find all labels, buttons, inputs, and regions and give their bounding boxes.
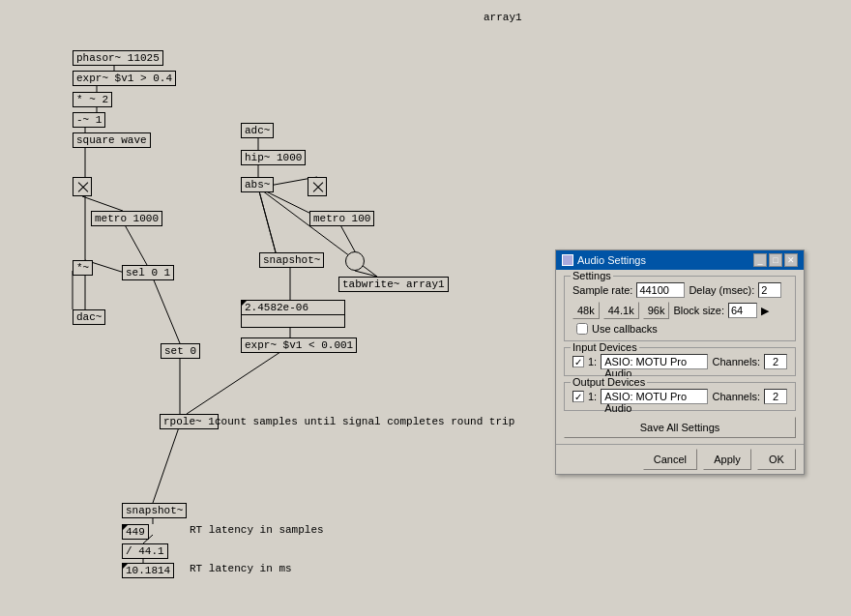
output-devices-group: Output Devices 1: ASIO: MOTU Pro Audio C… xyxy=(564,382,796,411)
comment-rt-samples: RT latency in samples xyxy=(190,524,324,536)
cancel-button[interactable]: Cancel xyxy=(643,449,697,470)
output-device-name[interactable]: ASIO: MOTU Pro Audio xyxy=(601,389,708,404)
dialog-app-icon xyxy=(562,254,573,266)
bang1[interactable] xyxy=(345,251,365,271)
dialog-controls[interactable]: _ □ ✕ xyxy=(753,253,798,267)
dialog-titlebar: Audio Settings _ □ ✕ xyxy=(556,250,804,270)
close-button[interactable]: ✕ xyxy=(784,253,798,267)
input-device-num: 1: xyxy=(588,356,597,367)
abs-box[interactable]: abs~ xyxy=(241,177,274,192)
input-devices-group: Input Devices 1: ASIO: MOTU Pro Audio Ch… xyxy=(564,347,796,376)
empty-box xyxy=(241,314,345,328)
svg-line-9 xyxy=(153,425,180,503)
use-callbacks-checkbox[interactable] xyxy=(576,323,588,335)
hip1000-box[interactable]: hip~ 1000 xyxy=(241,150,306,165)
sel01-box[interactable]: sel 0 1 xyxy=(122,265,174,280)
svg-line-4 xyxy=(123,221,147,265)
delay-input[interactable] xyxy=(758,282,781,298)
output-devices-label: Output Devices xyxy=(571,376,647,388)
restore-button[interactable]: □ xyxy=(769,253,782,267)
rate-buttons-row: 48k 44.1k 96k Block size: ▶ xyxy=(572,302,787,319)
output-device-checkbox[interactable] xyxy=(572,391,584,402)
dac-box[interactable]: dac~ xyxy=(73,309,105,325)
sub1-box[interactable]: -~ 1 xyxy=(73,112,105,128)
block-size-input[interactable] xyxy=(728,303,757,318)
output-device-num: 1: xyxy=(588,391,597,402)
div441-box[interactable]: / 44.1 xyxy=(122,543,168,559)
rate-96k-button[interactable]: 96k xyxy=(643,302,670,319)
delay-label: Delay (msec): xyxy=(689,284,754,296)
metro100-box[interactable]: metro 100 xyxy=(309,211,374,226)
toggle2[interactable] xyxy=(308,177,327,196)
save-all-settings-button[interactable]: Save All Settings xyxy=(564,417,796,438)
exprval-box[interactable]: 2.4582e-06 xyxy=(241,300,345,315)
tabwrite-box[interactable]: tabwrite~ array1 xyxy=(338,277,449,292)
dialog-footer: Cancel Apply OK xyxy=(556,444,804,474)
comment-round-trip: count samples until signal completes rou… xyxy=(215,416,514,427)
input-channels-label: Channels: xyxy=(712,356,760,367)
settings-group: Settings Sample rate: Delay (msec): 48k … xyxy=(564,276,796,341)
rate-441k-button[interactable]: 44.1k xyxy=(603,302,639,319)
val449-box[interactable]: 449 xyxy=(122,524,149,540)
sample-rate-row: Sample rate: Delay (msec): xyxy=(572,282,787,298)
ok-button[interactable]: OK xyxy=(757,449,796,470)
toggle1[interactable] xyxy=(73,177,92,196)
dialog-body: Settings Sample rate: Delay (msec): 48k … xyxy=(556,270,804,444)
mulout-box[interactable]: *~ xyxy=(73,260,93,276)
input-device-name[interactable]: ASIO: MOTU Pro Audio xyxy=(601,354,708,369)
input-device-row: 1: ASIO: MOTU Pro Audio Channels: 2 xyxy=(572,354,787,369)
sample-rate-input[interactable] xyxy=(636,282,685,298)
exprbox-box[interactable]: expr~ $v1 < 0.001 xyxy=(241,337,357,353)
input-channels-value: 2 xyxy=(764,354,787,369)
snapshot2-box[interactable]: snapshot~ xyxy=(259,252,324,268)
adc-box[interactable]: adc~ xyxy=(241,123,274,138)
settings-group-label: Settings xyxy=(571,270,613,281)
set0-box[interactable]: set 0 xyxy=(161,343,200,359)
phasor-box[interactable]: phasor~ 11025 xyxy=(73,50,163,66)
svg-line-17 xyxy=(258,188,276,252)
rpole-box[interactable]: rpole~ 1 xyxy=(160,414,219,429)
array-title: array1 xyxy=(484,12,522,23)
svg-line-3 xyxy=(82,196,123,211)
output-channels-value: 2 xyxy=(764,389,787,404)
mul2-box[interactable]: * ~ 2 xyxy=(73,92,112,107)
titlebar-left: Audio Settings xyxy=(562,254,646,266)
metro1000-box[interactable]: metro 1000 xyxy=(91,211,162,226)
dialog-title: Audio Settings xyxy=(577,254,646,266)
svg-line-25 xyxy=(152,276,180,343)
audio-settings-dialog: Audio Settings _ □ ✕ Settings Sample rat… xyxy=(555,249,805,475)
apply-button[interactable]: Apply xyxy=(703,449,751,470)
use-callbacks-label: Use callbacks xyxy=(592,323,658,335)
rate-48k-button[interactable]: 48k xyxy=(572,302,600,319)
output-device-row: 1: ASIO: MOTU Pro Audio Channels: 2 xyxy=(572,389,787,404)
snapshot1-box[interactable]: snapshot~ xyxy=(122,503,187,518)
svg-line-24 xyxy=(187,348,286,414)
input-device-checkbox[interactable] xyxy=(572,356,584,367)
svg-line-15 xyxy=(258,188,276,252)
patch-area: phasor~ 11025 expr~ $v1 > 0.4 * ~ 2 -~ 1… xyxy=(0,0,851,616)
minimize-button[interactable]: _ xyxy=(753,253,767,267)
input-devices-label: Input Devices xyxy=(571,341,639,353)
sample-rate-label: Sample rate: xyxy=(572,284,632,296)
block-size-label: Block size: xyxy=(673,305,724,316)
expr1-box[interactable]: expr~ $v1 > 0.4 xyxy=(73,71,176,86)
block-size-arrow[interactable]: ▶ xyxy=(761,305,769,317)
comment-rt-ms: RT latency in ms xyxy=(190,563,292,574)
val10-box[interactable]: 10.1814 xyxy=(122,563,174,578)
squarewave-box: square wave xyxy=(73,132,151,148)
callbacks-row: Use callbacks xyxy=(572,323,787,335)
output-channels-label: Channels: xyxy=(712,391,760,402)
